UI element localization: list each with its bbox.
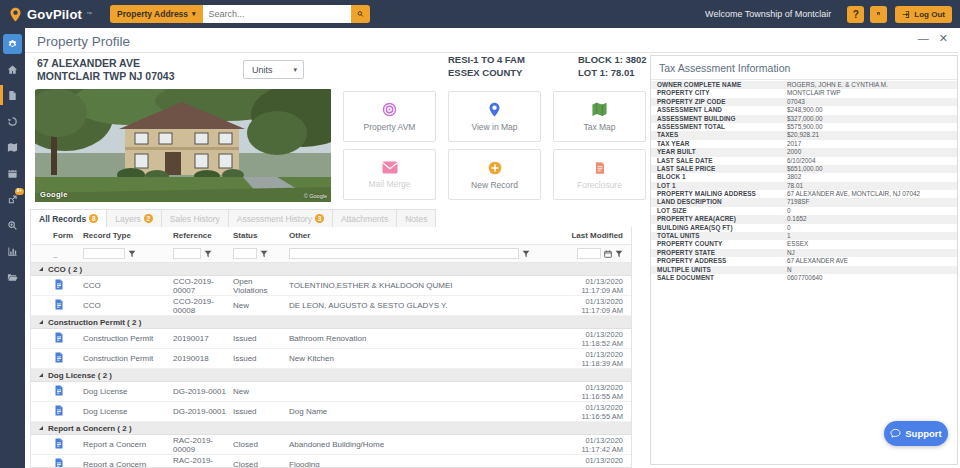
- record-row[interactable]: CCO CCO-2019-00008 New DE LEON, AUGUSTO …: [31, 296, 631, 316]
- notification-badge: 9+: [15, 188, 24, 195]
- filter-icon[interactable]: [522, 250, 530, 258]
- tab-attachments[interactable]: Attachments: [333, 209, 397, 228]
- minimize-icon[interactable]: —: [918, 33, 929, 44]
- tax-field-label: PROPERTY STATE: [651, 250, 787, 256]
- tax-field-label: SALE DOCUMENT: [651, 275, 787, 281]
- record-document-icon[interactable]: [53, 404, 65, 419]
- zoning-info: RESI-1 TO 4 FAM ESSEX COUNTY: [448, 54, 525, 80]
- tax-info-row: PROPERTY ZIP CODE07043: [651, 98, 957, 106]
- record-row[interactable]: CCO CCO-2019-00007 Open Violations TOLEN…: [31, 276, 631, 296]
- google-copyright: © Google: [304, 193, 327, 199]
- tax-field-value: $327,000.00: [787, 116, 823, 122]
- filter-icon[interactable]: [204, 250, 212, 258]
- filter-icon[interactable]: [615, 250, 623, 258]
- record-row[interactable]: Construction Permit 20190018 Issued New …: [31, 349, 631, 369]
- record-row[interactable]: Dog License DG-2019-0001 Issued Dog Name…: [31, 402, 631, 422]
- record-reference: DG-2019-0001: [173, 407, 233, 416]
- filter-record-type-input[interactable]: [83, 248, 125, 259]
- tax-map-button[interactable]: Tax Map: [553, 91, 646, 142]
- tax-field-value: $575,900.00: [787, 124, 823, 130]
- sidebar-item-history[interactable]: [0, 108, 25, 134]
- property-avm-button[interactable]: Property AVM: [343, 91, 436, 142]
- record-row[interactable]: Dog License DG-2019-0001 New 01/13/2020 …: [31, 382, 631, 402]
- record-document-icon[interactable]: [53, 278, 65, 293]
- tax-info-row: ASSESSMENT TOTAL$575,900.00: [651, 123, 957, 131]
- record-document-icon[interactable]: [53, 384, 65, 399]
- record-other: TOLENTINO,ESTHER & KHALDOON QUMEI: [289, 281, 569, 290]
- filter-icon[interactable]: [260, 250, 268, 258]
- chat-bubble-icon: [890, 428, 901, 439]
- tab-sales-history[interactable]: Sales History: [162, 209, 229, 228]
- tax-field-value: 2000: [787, 149, 801, 155]
- tax-info-row: BLOCK 13802: [651, 173, 957, 181]
- record-reference: CCO-2019-00007: [173, 277, 233, 295]
- support-button[interactable]: Support: [884, 421, 948, 446]
- sidebar-item-zoom-search[interactable]: [0, 212, 25, 238]
- view-in-map-button[interactable]: View in Map: [448, 91, 541, 142]
- record-document-icon[interactable]: [53, 331, 65, 346]
- table-header: Form Record Type Reference Status Other …: [31, 227, 631, 245]
- tax-field-value: 0: [787, 208, 791, 214]
- filter-icon[interactable]: [128, 250, 136, 258]
- filter-status-input[interactable]: [233, 248, 257, 259]
- record-other: DE LEON, AUGUSTO & SESTO GLADYS Y.: [289, 301, 569, 310]
- record-group-header[interactable]: CCO ( 2 ): [31, 263, 631, 276]
- units-label: Units: [252, 65, 273, 75]
- records-body: CCO ( 2 ) CCO CCO-2019-00007 Open Violat…: [31, 263, 631, 468]
- settings-button[interactable]: [870, 6, 887, 23]
- tax-field-value: 67 ALEXANDER AVE, MONTCLAIR, NJ 07042: [787, 191, 920, 197]
- calendar-icon[interactable]: [604, 250, 612, 258]
- records-table: Form Record Type Reference Status Other …: [30, 227, 632, 468]
- record-group-header[interactable]: Construction Permit ( 2 ): [31, 316, 631, 329]
- tab-layers[interactable]: Layers 2: [107, 209, 162, 228]
- tax-info-row: YEAR BUILT2000: [651, 148, 957, 156]
- property-address-dropdown[interactable]: Property Address ▾: [110, 5, 203, 23]
- record-row[interactable]: Report a Concern RAC-2019-00009 Closed A…: [31, 435, 631, 455]
- filter-reference-input[interactable]: [173, 248, 201, 259]
- units-dropdown[interactable]: Units ▾: [243, 60, 304, 79]
- record-row[interactable]: Report a Concern RAC-2019-00012 Closed F…: [31, 455, 631, 468]
- sidebar-item-reports[interactable]: [0, 238, 25, 264]
- tab-assessment-history[interactable]: Assessment History 3: [229, 209, 333, 228]
- tax-info-row: PROPERTY ADDRESS67 ALEXANDER AVE: [651, 257, 957, 265]
- record-document-icon[interactable]: [53, 298, 65, 313]
- group-label: Construction Permit ( 2 ): [48, 318, 141, 327]
- sidebar-item-calendar[interactable]: [0, 160, 25, 186]
- record-other: Dog Name: [289, 407, 569, 416]
- record-other: Flooding: [289, 460, 569, 468]
- record-row[interactable]: Construction Permit 20190017 Issued Bath…: [31, 329, 631, 349]
- search-button[interactable]: [351, 5, 370, 23]
- sidebar-item-property-records[interactable]: [0, 82, 25, 108]
- help-button[interactable]: ?: [847, 6, 864, 23]
- app-logo[interactable]: GovPilot™: [8, 7, 92, 22]
- record-document-icon[interactable]: [53, 457, 65, 468]
- tax-field-label: PROPERTY CITY: [651, 90, 787, 96]
- sidebar-item-settings[interactable]: [0, 32, 25, 56]
- record-group-header[interactable]: Report a Concern ( 2 ): [31, 422, 631, 435]
- sidebar-item-share[interactable]: 9+: [0, 186, 25, 212]
- sidebar-item-home[interactable]: [0, 56, 25, 82]
- street-view-image: [35, 89, 331, 202]
- tab-badge: 2: [144, 214, 153, 223]
- tab-notes[interactable]: Notes: [397, 209, 436, 228]
- home-icon: [7, 64, 18, 75]
- record-group-header[interactable]: Dog License ( 2 ): [31, 369, 631, 382]
- close-icon[interactable]: ✕: [939, 33, 948, 44]
- record-document-icon[interactable]: [53, 351, 65, 366]
- record-reference: 20190017: [173, 334, 233, 343]
- sidebar-item-map[interactable]: [0, 134, 25, 160]
- logout-button[interactable]: Log Out: [895, 6, 952, 23]
- mail-merge-button[interactable]: Mail Merge: [343, 149, 436, 200]
- tax-field-label: PROPERTY MAILING ADDRESS: [651, 191, 787, 197]
- tax-field-value: 67 ALEXANDER AVE: [787, 258, 848, 264]
- sidebar-item-folder[interactable]: [0, 264, 25, 290]
- tab-badge: 8: [89, 214, 98, 223]
- filter-other-input[interactable]: [289, 248, 519, 259]
- foreclosure-button[interactable]: Foreclosure: [553, 149, 646, 200]
- search-input[interactable]: [203, 5, 351, 23]
- new-record-button[interactable]: New Record: [448, 149, 541, 200]
- filter-last-modified-input[interactable]: [577, 248, 601, 259]
- tab-all-records[interactable]: All Records 8: [30, 209, 107, 228]
- record-document-icon[interactable]: [53, 437, 65, 452]
- tax-field-label: LAST SALE PRICE: [651, 166, 787, 172]
